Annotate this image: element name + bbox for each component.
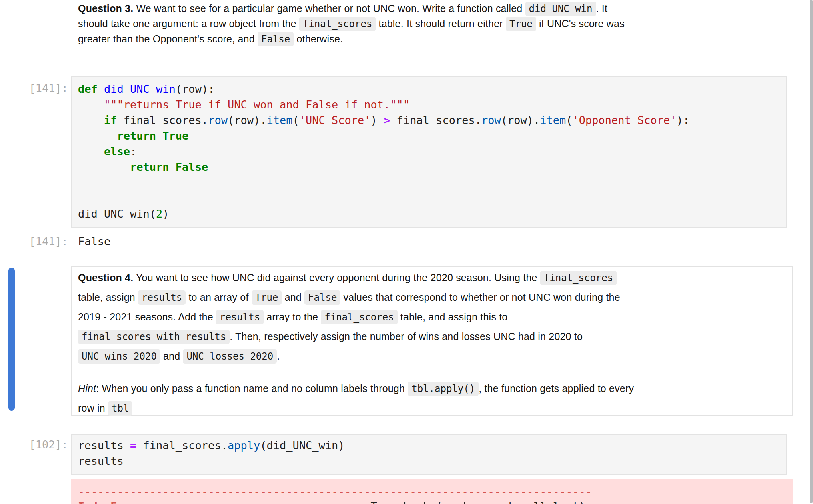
text-segment: : xyxy=(130,145,136,158)
inline-code: UNC_wins_2020 xyxy=(78,349,160,364)
text-line: greater than the Opponent's score, and F… xyxy=(78,31,794,46)
output-prompt-141: [141]: xyxy=(16,234,68,249)
text-segment: and xyxy=(282,292,304,303)
text-segment: False xyxy=(176,161,208,173)
text-segment: return xyxy=(130,161,169,173)
text-segment: table. It should return either xyxy=(376,18,506,29)
inline-code: tbl.apply() xyxy=(408,382,479,396)
markdown-cell-question-3[interactable]: Question 3. We want to see for a particu… xyxy=(78,1,794,46)
text-segment: We want to see for a particular game whe… xyxy=(133,3,525,14)
inline-code: final_scores xyxy=(540,271,617,285)
text-segment: , the function gets applied to every xyxy=(479,383,634,394)
text-segment: row xyxy=(481,114,501,126)
text-segment: 'Opponent Score' xyxy=(573,114,677,126)
text-segment: Question 4. xyxy=(78,272,133,283)
text-line: def did_UNC_win(row): xyxy=(78,81,786,97)
text-segment: ) xyxy=(162,208,169,220)
text-line: final_scores_with_results. Then, respect… xyxy=(78,327,786,346)
question-4-hint: Hint: When you only pass a function name… xyxy=(78,379,786,418)
text-line: Question 4. You want to see how UNC did … xyxy=(78,268,786,288)
text-segment xyxy=(78,145,104,158)
inline-code: True xyxy=(252,290,282,305)
code-cell-apply-results[interactable]: results = final_scores.apply(did_UNC_win… xyxy=(71,434,787,475)
code-cell-did-unc-win[interactable]: def did_UNC_win(row): """returns True if… xyxy=(71,76,787,228)
text-segment: ): xyxy=(677,114,690,126)
input-prompt-102: [102]: xyxy=(16,437,68,452)
code-editor-content[interactable]: def did_UNC_win(row): """returns True if… xyxy=(78,81,786,222)
text-segment xyxy=(78,130,117,142)
inline-code: final_scores xyxy=(321,310,397,324)
text-line: else: xyxy=(78,144,786,159)
text-line xyxy=(78,175,786,190)
text-segment: ----------------------------------------… xyxy=(78,486,592,498)
inline-code: results xyxy=(138,290,186,305)
text-line: results = final_scores.apply(did_UNC_win… xyxy=(78,438,786,453)
markdown-cell-question-4[interactable]: Question 4. You want to see how UNC did … xyxy=(71,266,793,416)
text-segment: 2 xyxy=(156,208,162,220)
text-segment: results xyxy=(78,439,130,452)
text-segment: ( xyxy=(566,114,572,126)
inline-code: True xyxy=(506,17,536,31)
text-segment: = xyxy=(130,439,136,452)
text-segment: 'UNC Score' xyxy=(299,114,371,126)
vertical-scrollbar-thumb[interactable] xyxy=(810,0,813,503)
text-segment: should take one argument: a row object f… xyxy=(78,18,299,29)
text-segment: 2019 - 2021 seasons. Add the xyxy=(78,311,216,322)
inline-code: final_scores_with_results xyxy=(78,330,230,344)
text-segment: Question 3. xyxy=(78,3,133,14)
text-segment: (row). xyxy=(501,114,540,126)
text-segment: return xyxy=(117,130,156,142)
text-segment: Hint xyxy=(78,383,96,394)
active-cell-collapser[interactable] xyxy=(8,268,15,411)
text-line xyxy=(78,190,786,206)
text-segment: otherwise. xyxy=(294,33,343,44)
text-segment: IndexError xyxy=(78,500,143,504)
inline-code: tbl xyxy=(108,401,132,416)
text-segment: . xyxy=(277,350,280,362)
text-line: did_UNC_win(2) xyxy=(78,206,786,222)
text-segment: results xyxy=(78,455,124,467)
text-segment: if UNC's score was xyxy=(536,18,625,29)
text-segment: row in xyxy=(78,402,108,414)
text-segment xyxy=(78,114,104,126)
text-segment: > xyxy=(384,114,390,126)
text-line: IndexError Traceback (most recent call l… xyxy=(78,499,793,504)
execution-result-false: False xyxy=(78,234,110,249)
inline-code: False xyxy=(304,290,340,305)
text-segment: (did_UNC_win) xyxy=(260,439,344,452)
text-segment xyxy=(98,83,104,95)
text-segment: did_UNC_win xyxy=(104,83,176,95)
text-line: Hint: When you only pass a function name… xyxy=(78,379,786,398)
text-segment xyxy=(156,130,162,142)
text-segment: ) xyxy=(371,114,384,126)
text-segment xyxy=(78,98,104,111)
question-4-paragraph: Question 4. You want to see how UNC did … xyxy=(78,268,786,366)
traceback-lines: ----------------------------------------… xyxy=(78,485,793,504)
text-segment: . Then, respectively assign the number o… xyxy=(230,331,583,342)
text-segment: """returns True if UNC won and False if … xyxy=(104,98,410,111)
text-segment: Traceback (most recent call last) xyxy=(143,500,585,504)
inline-code: final_scores xyxy=(299,17,376,31)
text-line: 2019 - 2021 seasons. Add the results arr… xyxy=(78,307,786,327)
code-editor-content[interactable]: results = final_scores.apply(did_UNC_win… xyxy=(78,438,786,469)
text-segment: item xyxy=(266,114,292,126)
text-line: return True xyxy=(78,128,786,144)
text-line: if final_scores.row(row).item('UNC Score… xyxy=(78,112,786,128)
text-segment: did_UNC_win( xyxy=(78,208,156,220)
text-line: ----------------------------------------… xyxy=(78,485,793,499)
text-segment: You want to see how UNC did against ever… xyxy=(133,272,540,283)
text-segment: final_scores. xyxy=(390,114,481,126)
text-segment: (row). xyxy=(228,114,267,126)
text-line: """returns True if UNC won and False if … xyxy=(78,97,786,112)
text-line: table, assign results to an array of Tru… xyxy=(78,288,786,307)
text-segment xyxy=(169,161,176,173)
text-segment: array to the xyxy=(264,311,321,322)
inline-code: did_UNC_win xyxy=(525,2,596,16)
text-segment: values that correspond to whether or not… xyxy=(340,292,620,303)
text-segment: def xyxy=(78,83,98,95)
text-segment: final_scores. xyxy=(117,114,208,126)
input-prompt-141: [141]: xyxy=(16,80,68,96)
text-line: UNC_wins_2020 and UNC_losses_2020. xyxy=(78,346,786,366)
text-segment: table, and assign this to xyxy=(398,311,508,322)
text-segment xyxy=(78,161,130,173)
